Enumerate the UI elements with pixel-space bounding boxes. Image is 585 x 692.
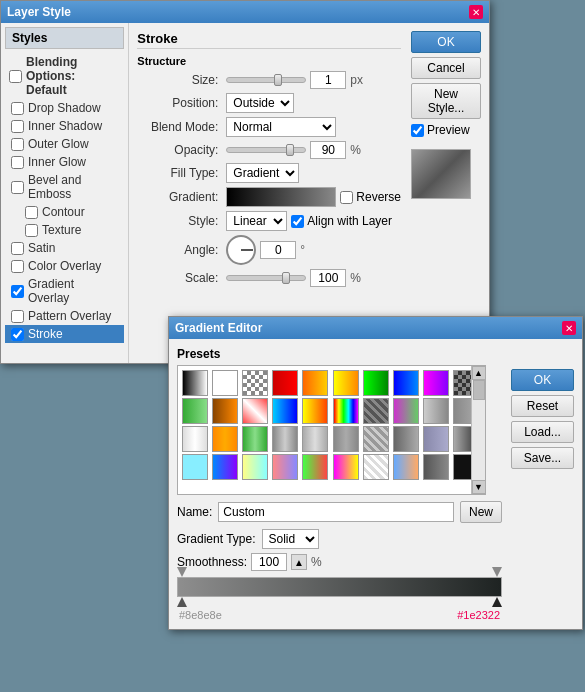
size-slider[interactable]: [226, 77, 306, 83]
smoothness-input[interactable]: [251, 553, 287, 571]
preset-swatch[interactable]: [302, 426, 328, 452]
preset-swatch[interactable]: [272, 426, 298, 452]
opacity-input[interactable]: [310, 141, 346, 159]
gradient-editor-close[interactable]: ✕: [562, 321, 576, 335]
gradient-bar[interactable]: [177, 577, 502, 597]
scale-input[interactable]: [310, 269, 346, 287]
inner-shadow-checkbox[interactable]: [11, 120, 24, 133]
preset-swatch[interactable]: [363, 398, 389, 424]
sidebar-item-gradient-overlay[interactable]: Gradient Overlay: [5, 275, 124, 307]
angle-dial[interactable]: [226, 235, 256, 265]
opacity-slider[interactable]: [226, 147, 306, 153]
preset-swatch[interactable]: [212, 398, 238, 424]
blending-options-checkbox[interactable]: [9, 70, 22, 83]
preset-swatch[interactable]: [363, 454, 389, 480]
sidebar-item-color-overlay[interactable]: Color Overlay: [5, 257, 124, 275]
sidebar-item-bevel-emboss[interactable]: Bevel and Emboss: [5, 171, 124, 203]
texture-checkbox[interactable]: [25, 224, 38, 237]
position-select[interactable]: Outside Inside Center: [226, 93, 294, 113]
sidebar-item-outer-glow[interactable]: Outer Glow: [5, 135, 124, 153]
preset-swatch[interactable]: [333, 370, 359, 396]
preview-checkbox[interactable]: [411, 124, 424, 137]
preset-swatch[interactable]: [393, 370, 419, 396]
style-select[interactable]: Linear Radial: [226, 211, 287, 231]
preset-swatch[interactable]: [182, 370, 208, 396]
name-input[interactable]: [218, 502, 454, 522]
preset-swatch[interactable]: [272, 398, 298, 424]
sidebar-item-stroke[interactable]: Stroke: [5, 325, 124, 343]
gradient-ok-button[interactable]: OK: [511, 369, 574, 391]
preset-swatch[interactable]: [363, 426, 389, 452]
gradient-type-select[interactable]: Solid Noise: [262, 529, 319, 549]
preset-swatch[interactable]: [423, 454, 449, 480]
sidebar-item-inner-glow[interactable]: Inner Glow: [5, 153, 124, 171]
drop-shadow-checkbox[interactable]: [11, 102, 24, 115]
satin-checkbox[interactable]: [11, 242, 24, 255]
reverse-checkbox[interactable]: [340, 191, 353, 204]
preset-swatch[interactable]: [182, 454, 208, 480]
preset-swatch[interactable]: [182, 426, 208, 452]
sidebar-item-drop-shadow[interactable]: Drop Shadow: [5, 99, 124, 117]
inner-glow-checkbox[interactable]: [11, 156, 24, 169]
cancel-button[interactable]: Cancel: [411, 57, 481, 79]
outer-glow-checkbox[interactable]: [11, 138, 24, 151]
blend-mode-select[interactable]: Normal: [226, 117, 336, 137]
preset-swatch[interactable]: [333, 426, 359, 452]
gradient-preview[interactable]: [226, 187, 336, 207]
contour-checkbox[interactable]: [25, 206, 38, 219]
color-overlay-checkbox[interactable]: [11, 260, 24, 273]
gradient-overlay-checkbox[interactable]: [11, 285, 24, 298]
preset-swatch[interactable]: [333, 454, 359, 480]
scroll-up-button[interactable]: ▲: [472, 366, 486, 380]
opacity-stop-left[interactable]: [177, 567, 187, 577]
preset-swatch[interactable]: [212, 426, 238, 452]
ok-button[interactable]: OK: [411, 31, 481, 53]
color-stop-right[interactable]: [492, 597, 502, 607]
preset-swatch[interactable]: [272, 370, 298, 396]
fill-type-select[interactable]: Gradient Color Pattern: [226, 163, 299, 183]
sidebar-item-pattern-overlay[interactable]: Pattern Overlay: [5, 307, 124, 325]
scale-slider[interactable]: [226, 275, 306, 281]
new-gradient-button[interactable]: New: [460, 501, 502, 523]
preset-swatch[interactable]: [302, 398, 328, 424]
gradient-reset-button[interactable]: Reset: [511, 395, 574, 417]
sidebar-item-blending-options[interactable]: Blending Options: Default: [5, 53, 124, 99]
scroll-thumb[interactable]: [473, 380, 485, 400]
preset-swatch[interactable]: [212, 370, 238, 396]
preset-swatch[interactable]: [242, 426, 268, 452]
preset-swatch[interactable]: [393, 454, 419, 480]
pattern-overlay-checkbox[interactable]: [11, 310, 24, 323]
close-button[interactable]: ✕: [469, 5, 483, 19]
preset-swatch[interactable]: [302, 370, 328, 396]
gradient-load-button[interactable]: Load...: [511, 421, 574, 443]
sidebar-item-texture[interactable]: Texture: [5, 221, 124, 239]
gradient-save-button[interactable]: Save...: [511, 447, 574, 469]
size-input[interactable]: [310, 71, 346, 89]
preset-swatch[interactable]: [393, 426, 419, 452]
preset-swatch[interactable]: [272, 454, 298, 480]
preset-swatch[interactable]: [242, 454, 268, 480]
preset-swatch[interactable]: [212, 454, 238, 480]
scroll-down-button[interactable]: ▼: [472, 480, 486, 494]
smoothness-stepper-up[interactable]: ▲: [291, 554, 307, 570]
preset-swatch[interactable]: [423, 398, 449, 424]
sidebar-item-contour[interactable]: Contour: [5, 203, 124, 221]
preset-swatch[interactable]: [423, 370, 449, 396]
preset-swatch[interactable]: [363, 370, 389, 396]
align-checkbox[interactable]: [291, 215, 304, 228]
preset-swatch[interactable]: [423, 426, 449, 452]
new-style-button[interactable]: New Style...: [411, 83, 481, 119]
color-stop-left[interactable]: [177, 597, 187, 607]
preset-swatch[interactable]: [242, 370, 268, 396]
bevel-emboss-checkbox[interactable]: [11, 181, 24, 194]
sidebar-item-satin[interactable]: Satin: [5, 239, 124, 257]
preset-swatch[interactable]: [302, 454, 328, 480]
angle-input[interactable]: [260, 241, 296, 259]
preset-swatch[interactable]: [242, 398, 268, 424]
sidebar-item-inner-shadow[interactable]: Inner Shadow: [5, 117, 124, 135]
preset-swatch[interactable]: [393, 398, 419, 424]
preset-swatch[interactable]: [333, 398, 359, 424]
preset-swatch[interactable]: [182, 398, 208, 424]
opacity-stop-right[interactable]: [492, 567, 502, 577]
stroke-checkbox[interactable]: [11, 328, 24, 341]
